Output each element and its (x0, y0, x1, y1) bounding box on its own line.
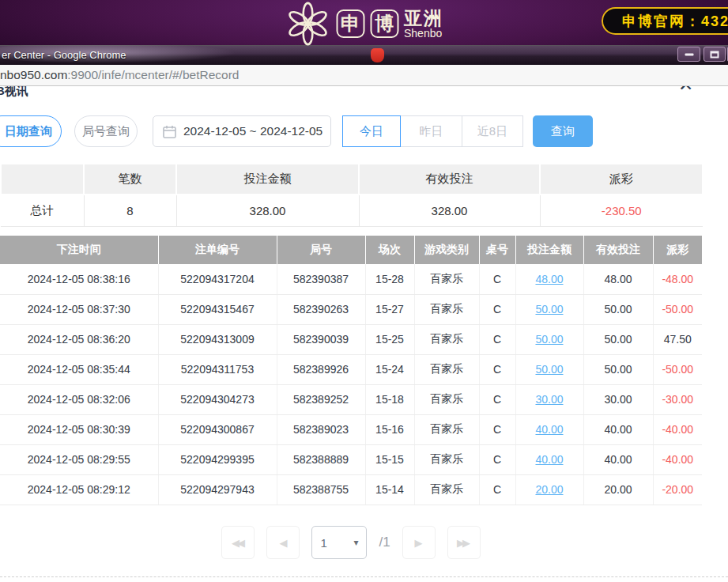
bet-amount-link[interactable]: 40.00 (515, 414, 583, 444)
yesterday-button[interactable]: 昨日 (400, 115, 462, 147)
header-bet-amount: 投注金额 (515, 236, 583, 264)
brand-char-box-bo: 博 (370, 9, 398, 38)
payout: -50.00 (653, 354, 702, 384)
valid-bet: 48.00 (583, 264, 653, 294)
table-row: 2024-12-05 08:30:39 522094300867 5823890… (0, 414, 702, 444)
summary-table: 笔数 投注金额 有效投注 派彩 总计 8 328.00 328.00 -230.… (0, 163, 703, 227)
url-bar[interactable]: nbo950.com:9900/infe/mcenter/#/betRecord (0, 65, 728, 86)
header-session: 场次 (365, 236, 414, 264)
table-code: C (479, 294, 515, 324)
table-row: 2024-12-05 08:37:30 522094315467 5823902… (0, 294, 702, 324)
page: 申 博 亚洲 Shenbo 申博官网：432 er Center - Googl… (0, 0, 728, 582)
bet-time: 2024-12-05 08:29:55 (0, 444, 158, 474)
bet-time: 2024-12-05 08:29:12 (0, 474, 158, 505)
last-8-days-button[interactable]: 近8日 (462, 115, 523, 147)
bet-id: 522094317204 (158, 264, 277, 294)
game-type: 百家乐 (414, 354, 479, 384)
payout: -20.00 (653, 474, 702, 505)
table-row: 2024-12-05 08:35:44 522094311753 5823899… (0, 354, 702, 384)
summary-bet-amount-value: 328.00 (176, 195, 359, 226)
game-type: 百家乐 (414, 414, 479, 444)
pagination: ◀◀ ◀ 1 ▾ /1 ▶ ▶▶ (0, 525, 702, 560)
session: 15-15 (365, 444, 414, 474)
game-type: 百家乐 (414, 294, 479, 324)
payout: 47.50 (653, 324, 702, 354)
session: 15-16 (365, 414, 414, 444)
table-row: 2024-12-05 08:38:16 522094317204 5823903… (0, 264, 702, 294)
date-query-tab[interactable]: 日期查询 (0, 115, 62, 147)
bet-amount-link[interactable]: 30.00 (515, 384, 583, 414)
prev-page-button[interactable]: ◀ (266, 526, 300, 559)
table-code: C (479, 324, 515, 354)
round-id: 582388755 (277, 474, 365, 505)
bet-id: 522094300867 (158, 414, 277, 444)
browser-titlebar[interactable]: er Center - Google Chrome (0, 45, 728, 65)
valid-bet: 30.00 (583, 384, 653, 414)
next-page-button[interactable]: ▶ (402, 526, 436, 559)
last-page-button[interactable]: ▶▶ (447, 526, 481, 559)
table-code: C (479, 444, 515, 474)
valid-bet: 40.00 (583, 444, 653, 474)
url-host: nbo950.com (0, 68, 67, 82)
valid-bet: 40.00 (583, 414, 653, 444)
window-title: er Center - Google Chrome (2, 49, 126, 61)
bet-amount-link[interactable]: 20.00 (515, 474, 583, 505)
calendar-icon (163, 125, 176, 138)
summary-header-blank (1, 164, 84, 195)
game-type: 百家乐 (414, 324, 479, 354)
bet-time: 2024-12-05 08:30:39 (0, 414, 158, 444)
brand-region-text: 亚洲 (404, 9, 443, 28)
table-code: C (479, 474, 515, 505)
session: 15-24 (365, 354, 414, 384)
filter-row: 日期查询 局号查询 2024-12-05 ~ 2024-12-05 今日 昨日 … (0, 115, 728, 147)
site-header: 申 博 亚洲 Shenbo 申博官网：432 (0, 0, 728, 45)
first-page-button[interactable]: ◀◀ (221, 526, 255, 559)
table-row: 2024-12-05 08:36:20 522094313009 5823900… (0, 324, 702, 354)
game-type: 百家乐 (414, 264, 479, 294)
bet-amount-link[interactable]: 50.00 (515, 294, 583, 324)
summary-header-count: 笔数 (84, 164, 176, 195)
brand-char-box-shen: 申 (336, 9, 364, 38)
payout: -30.00 (653, 384, 702, 414)
summary-payout-value: -230.50 (540, 195, 703, 226)
bet-amount-link[interactable]: 40.00 (515, 444, 583, 474)
round-id: 582390039 (277, 324, 365, 354)
page-select[interactable]: 1 ▾ (311, 526, 367, 559)
valid-bet: 50.00 (583, 354, 653, 384)
search-button[interactable]: 查询 (533, 115, 593, 147)
today-button[interactable]: 今日 (342, 115, 401, 147)
bet-table-header-row: 下注时间 注单编号 局号 场次 游戏类别 桌号 投注金额 有效投注 派彩 (0, 236, 702, 264)
bet-amount-link[interactable]: 50.00 (515, 354, 583, 384)
bet-amount-link[interactable]: 50.00 (515, 324, 583, 354)
valid-bet: 50.00 (583, 294, 653, 324)
maximize-button[interactable] (703, 47, 726, 62)
flower-logo-icon (285, 1, 330, 47)
date-range-input[interactable]: 2024-12-05 ~ 2024-12-05 (153, 115, 331, 147)
summary-header-payout: 派彩 (540, 164, 703, 195)
session: 15-27 (365, 294, 414, 324)
dashed-separator (0, 576, 728, 577)
session: 15-25 (365, 324, 414, 354)
header-payout: 派彩 (653, 236, 702, 264)
session: 15-14 (365, 474, 414, 505)
bet-id: 522094311753 (158, 354, 277, 384)
table-row: 2024-12-05 08:29:55 522094299395 5823888… (0, 444, 702, 474)
bet-time: 2024-12-05 08:37:30 (0, 294, 158, 324)
official-site-badge-text: 申博官网：432 (622, 12, 728, 31)
payout: -50.00 (653, 294, 702, 324)
url-path: :9900/infe/mcenter/#/betRecord (67, 68, 239, 82)
session: 15-28 (365, 264, 414, 294)
payout: -48.00 (653, 264, 702, 294)
bet-time: 2024-12-05 08:32:06 (0, 384, 158, 414)
game-type: 百家乐 (414, 474, 479, 505)
minimize-button[interactable] (677, 47, 700, 62)
summary-total-row: 总计 8 328.00 328.00 -230.50 (1, 195, 703, 226)
bet-amount-link[interactable]: 48.00 (515, 264, 583, 294)
round-id: 582390263 (277, 294, 365, 324)
round-query-tab[interactable]: 局号查询 (74, 115, 138, 147)
table-code: C (479, 414, 515, 444)
brand-logo: 申 博 亚洲 Shenbo (285, 1, 443, 47)
page-total: /1 (379, 535, 390, 550)
bet-id: 522094299395 (158, 444, 277, 474)
summary-header-valid-bet: 有效投注 (359, 164, 540, 195)
